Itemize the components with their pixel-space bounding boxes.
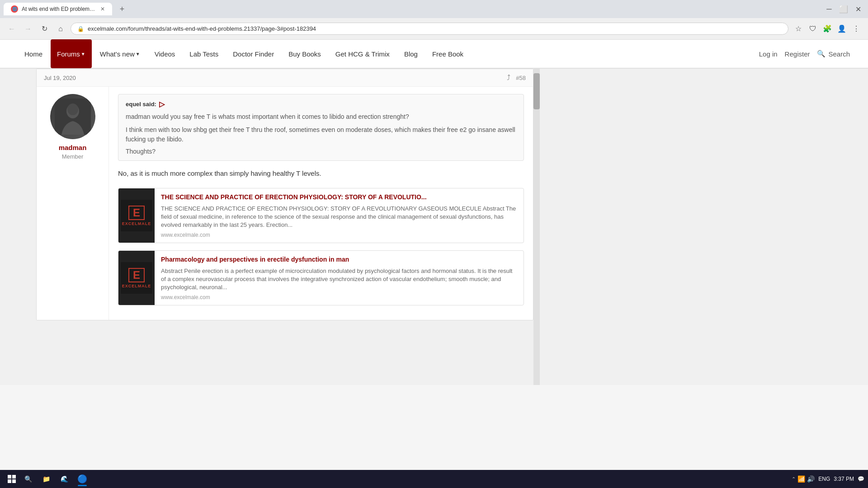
login-link[interactable]: Log in [759, 50, 778, 58]
link-card-2-description: Abstract Penile erection is a perfect ex… [161, 267, 517, 292]
nav-free-book[interactable]: Free Book [426, 39, 470, 68]
nav-right: Log in Register 🔍 Search [759, 50, 850, 58]
menu-button[interactable]: ⋮ [850, 23, 863, 35]
forward-button[interactable]: → [22, 23, 34, 35]
user-column: madman Member [37, 87, 109, 320]
user-role: Member [62, 153, 84, 160]
post-number: #58 [516, 75, 526, 81]
scrollbar-track[interactable] [533, 69, 540, 385]
link-card-2[interactable]: E EXCELMALE Pharmacology and perspective… [118, 250, 524, 305]
tab-title: At wits end with ED problems | P... [22, 6, 97, 12]
post-actions: ⤴ #58 [507, 74, 526, 82]
avatar-svg [55, 99, 91, 135]
profile-button[interactable]: 👤 [835, 23, 848, 35]
quote-thoughts: Thoughts? [126, 148, 516, 155]
window-controls: ─ ⬜ ✕ [823, 3, 864, 15]
browser-toolbar: ← → ↻ ⌂ 🔒 excelmale.com/forum/threads/at… [0, 18, 868, 40]
excelmale-e-logo-2: E [128, 268, 145, 282]
nav-whats-new[interactable]: What's new ▼ [94, 39, 146, 68]
content-column: equel said: ▷ madman would you say free … [109, 87, 533, 320]
register-link[interactable]: Register [785, 50, 810, 58]
search-icon: 🔍 [817, 50, 826, 58]
nav-get-hcg[interactable]: Get HCG & Trimix [329, 39, 396, 68]
link-card-1[interactable]: E EXCELMALE THE SCIENCE AND PRACTICE OF … [118, 188, 524, 243]
browser-tab[interactable]: 🌐 At wits end with ED problems | P... ✕ [4, 3, 112, 15]
nav-doctor-finder[interactable]: Doctor Finder [226, 39, 280, 68]
url-text: excelmale.com/forum/threads/at-wits-end-… [88, 25, 782, 32]
toolbar-right: ☆ 🛡 🧩 👤 ⋮ [792, 23, 863, 35]
favicon-icon: 🌐 [12, 7, 17, 11]
tab-close-button[interactable]: ✕ [100, 6, 105, 12]
link-card-1-thumbnail: E EXCELMALE [118, 188, 155, 243]
link-card-2-thumbnail: E EXCELMALE [118, 251, 155, 305]
avatar-image [50, 94, 95, 139]
tab-favicon: 🌐 [11, 5, 18, 13]
link-card-1-description: THE SCIENCE AND PRACTICE OF ERECTION PHY… [161, 205, 517, 230]
nav-items: Home Forums ▼ What's new ▼ Videos Lab Te… [18, 39, 759, 68]
quote-reply1: I think men with too low shbg get their … [126, 125, 516, 144]
address-bar[interactable]: 🔒 excelmale.com/forum/threads/at-wits-en… [71, 23, 788, 35]
nav-forums[interactable]: Forums ▼ [51, 39, 92, 68]
excelmale-logo-1: E EXCELMALE [121, 200, 152, 231]
excelmale-logo-2: E EXCELMALE [121, 262, 152, 294]
quote-arrow-icon[interactable]: ▷ [159, 100, 165, 108]
bookmark-button[interactable]: ☆ [792, 23, 805, 35]
nav-buy-books[interactable]: Buy Books [282, 39, 327, 68]
browser-window: 🌐 At wits end with ED problems | P... ✕ … [0, 0, 868, 385]
lock-icon: 🔒 [77, 26, 84, 32]
close-window-button[interactable]: ✕ [852, 3, 864, 15]
home-button[interactable]: ⌂ [54, 23, 67, 35]
link-card-1-body: THE SCIENCE AND PRACTICE OF ERECTION PHY… [155, 188, 524, 243]
username[interactable]: madman [59, 144, 87, 151]
shield-button[interactable]: 🛡 [807, 23, 819, 35]
user-avatar[interactable] [50, 94, 95, 139]
back-button[interactable]: ← [5, 23, 18, 35]
page-content: Jul 19, 2020 ⤴ #58 [0, 69, 868, 385]
link-card-2-url: www.excelmale.com [161, 294, 517, 300]
nav-videos[interactable]: Videos [148, 39, 182, 68]
post-date: Jul 19, 2020 [44, 75, 76, 81]
quote-block: equel said: ▷ madman would you say free … [118, 94, 524, 161]
new-tab-button[interactable]: + [116, 3, 128, 15]
post-header: Jul 19, 2020 ⤴ #58 [37, 69, 533, 87]
nav-lab-tests[interactable]: Lab Tests [183, 39, 225, 68]
scrollbar-thumb[interactable] [533, 73, 540, 109]
share-button[interactable]: ⤴ [507, 74, 510, 82]
link-card-1-url: www.excelmale.com [161, 232, 517, 238]
quote-text: madman would you say free T is whats mos… [126, 112, 516, 122]
reload-button[interactable]: ↻ [38, 23, 51, 35]
link-card-1-title: THE SCIENCE AND PRACTICE OF ERECTION PHY… [161, 193, 517, 202]
excelmale-text-2: EXCELMALE [122, 284, 151, 288]
excelmale-text-1: EXCELMALE [122, 221, 151, 226]
post-layout: madman Member equel said: ▷ madman would… [37, 87, 533, 320]
link-card-2-body: Pharmacology and perspectives in erectil… [155, 251, 524, 305]
svg-point-2 [67, 103, 78, 115]
link-card-2-title: Pharmacology and perspectives in erectil… [161, 255, 517, 264]
extensions-button[interactable]: 🧩 [821, 23, 834, 35]
search-button[interactable]: 🔍 Search [817, 50, 850, 58]
browser-titlebar: 🌐 At wits end with ED problems | P... ✕ … [0, 0, 868, 18]
maximize-button[interactable]: ⬜ [837, 3, 850, 15]
main-area: Jul 19, 2020 ⤴ #58 [36, 69, 533, 385]
site-navigation: Home Forums ▼ What's new ▼ Videos Lab Te… [0, 40, 868, 69]
forums-dropdown-icon: ▼ [81, 52, 85, 56]
minimize-button[interactable]: ─ [823, 3, 835, 15]
post-reply-text: No, as it is much more complex than simp… [118, 168, 524, 179]
left-gutter [0, 69, 36, 385]
nav-home[interactable]: Home [18, 39, 49, 68]
post-container: Jul 19, 2020 ⤴ #58 [36, 69, 533, 320]
nav-blog[interactable]: Blog [398, 39, 424, 68]
whats-new-dropdown-icon: ▼ [136, 52, 140, 56]
excelmale-e-logo-1: E [128, 206, 145, 220]
quote-author: equel said: ▷ [126, 100, 516, 108]
